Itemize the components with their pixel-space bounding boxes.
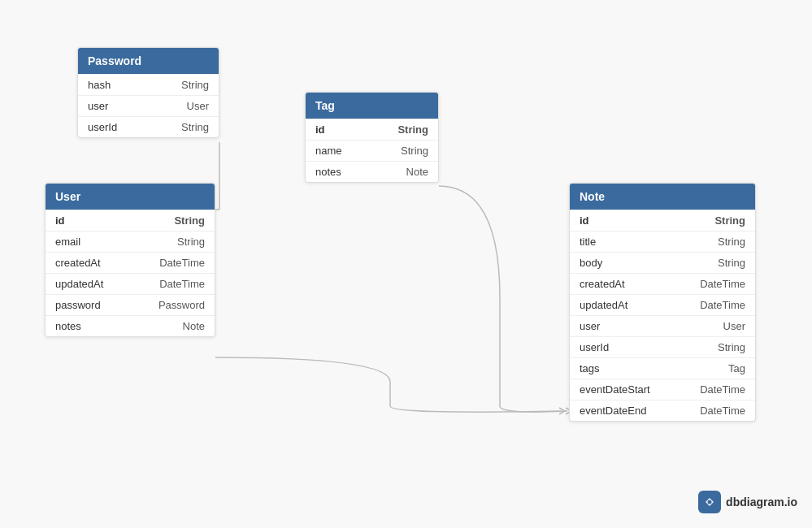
user-table-header: User [46,184,215,210]
table-row: updatedAt DateTime [570,294,755,315]
table-row: name String [306,140,438,161]
table-row: userId String [570,336,755,357]
table-row: password Password [46,294,215,315]
table-row: email String [46,231,215,252]
password-table: Password hash String user User userId St… [77,47,219,138]
note-table-header: Note [570,184,755,210]
user-table: User id String email String createdAt Da… [45,183,215,337]
tag-table: Tag id String name String notes Note [305,92,439,183]
table-row: eventDateStart DateTime [570,379,755,400]
table-row: hash String [78,74,219,95]
svg-point-2 [708,500,712,504]
table-row: user User [78,95,219,116]
note-table: Note id String title String body String … [569,183,756,422]
table-row: eventDateEnd DateTime [570,400,755,421]
password-table-header: Password [78,48,219,74]
branding: dbdiagram.io [698,491,797,513]
table-row: notes Note [46,315,215,336]
table-row: id String [570,210,755,231]
table-row: updatedAt DateTime [46,273,215,294]
diagram-canvas: Password hash String user User userId St… [0,0,812,528]
brand-icon [698,491,721,513]
table-row: user User [570,315,755,336]
table-row: tags Tag [570,357,755,379]
table-row: notes Note [306,161,438,182]
brand-text: dbdiagram.io [726,496,797,509]
table-row: title String [570,231,755,252]
table-row: createdAt DateTime [570,273,755,294]
table-row: createdAt DateTime [46,252,215,273]
table-row: userId String [78,116,219,137]
tag-table-header: Tag [306,93,438,119]
table-row: id String [46,210,215,231]
table-row: id String [306,119,438,140]
table-row: body String [570,252,755,273]
